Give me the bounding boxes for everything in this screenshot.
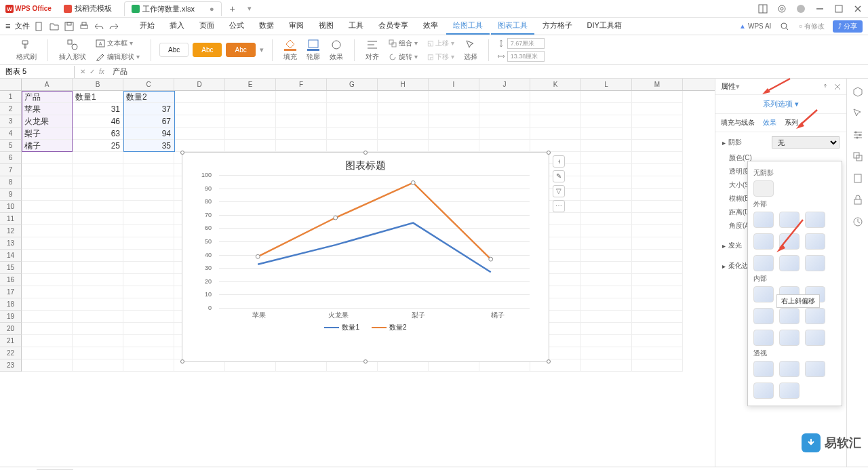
shadow-inner-8[interactable] [779,330,800,346]
legend-item[interactable]: 数量1 [324,323,359,332]
cell[interactable] [123,189,174,201]
cell[interactable] [123,298,174,311]
menu-item[interactable]: 数据 [252,18,281,35]
shadow-persp-3[interactable] [805,361,825,377]
cell[interactable] [73,323,123,335]
chart-elements-button[interactable]: ⫞ [553,155,565,168]
menu-item[interactable]: 方方格子 [536,18,579,35]
cell[interactable] [276,103,327,115]
shadow-outer-2[interactable] [779,212,800,228]
cell[interactable] [632,286,683,298]
cell[interactable] [22,176,73,189]
cell[interactable] [581,91,632,103]
col-header[interactable]: I [429,79,479,90]
row-header[interactable]: 7 [0,164,22,176]
cell[interactable] [73,335,123,347]
cell[interactable] [632,274,683,286]
cell[interactable] [632,311,683,323]
cell[interactable] [530,103,581,115]
cell[interactable] [581,164,632,176]
cell[interactable] [123,347,174,359]
row-header[interactable]: 11 [0,213,22,225]
cell[interactable] [123,311,174,323]
rt-layers-icon[interactable] [852,151,864,163]
edit-shape-button[interactable]: 编辑形状▾ [93,51,142,63]
close-icon[interactable] [853,4,863,14]
cell[interactable] [632,225,683,237]
cell[interactable] [22,286,73,298]
new-icon[interactable] [34,21,45,32]
cell[interactable]: 37 [123,103,174,115]
row-header[interactable]: 6 [0,152,22,164]
format-painter-button[interactable]: 格式刷 [14,37,39,63]
cell[interactable]: 数量2 [123,91,174,103]
shadow-persp-1[interactable] [753,361,774,377]
insert-shape-button[interactable]: 插入形状 [56,37,89,63]
tab-add[interactable]: + [224,3,241,14]
cell[interactable] [632,359,683,372]
props-tab-fill[interactable]: 填充与线条 [721,117,755,129]
cell[interactable] [479,91,530,103]
cell[interactable] [581,335,632,347]
share-button[interactable]: ⤴ 分享 [833,20,863,33]
cell[interactable] [327,115,378,128]
cell[interactable] [479,140,530,152]
shadow-select[interactable]: 无 [772,136,840,149]
row-header[interactable]: 10 [0,201,22,213]
menu-item[interactable]: 视图 [312,18,340,35]
cell[interactable] [22,213,73,225]
cell[interactable] [530,115,581,128]
cell[interactable] [632,103,683,115]
fill-button[interactable]: 填充 [281,37,300,63]
chart-filter-button[interactable]: ▽ [553,185,565,197]
rt-arrow-icon[interactable] [852,107,864,119]
cell[interactable] [123,250,174,262]
cell[interactable]: 31 [73,103,123,115]
cell[interactable] [378,115,429,128]
pin-icon[interactable] [822,83,829,90]
cell[interactable] [530,91,581,103]
cell[interactable] [73,176,123,189]
col-header[interactable]: B [73,79,123,90]
cell[interactable] [276,140,327,152]
cell[interactable] [632,213,683,225]
row-header[interactable]: 1 [0,91,22,103]
rt-clipboard-icon[interactable] [852,172,864,184]
shape-style-2[interactable]: Abc [193,43,222,57]
cell[interactable] [581,323,632,335]
cell[interactable]: 46 [73,115,123,128]
chart-more-button[interactable]: ⋯ [553,200,565,212]
shadow-inner-5[interactable] [779,308,800,324]
cell[interactable] [479,103,530,115]
cell[interactable] [174,128,225,140]
col-header[interactable]: A [22,79,73,90]
width-input[interactable] [507,51,545,62]
cell[interactable] [581,201,632,213]
col-header[interactable]: C [123,79,174,90]
col-header[interactable]: E [225,79,276,90]
col-header[interactable]: F [276,79,327,90]
shadow-inner-9[interactable] [805,330,825,346]
cell[interactable] [123,164,174,176]
tab-menu[interactable]: ▾ [248,4,252,13]
shadow-outer-3[interactable] [805,212,825,228]
tab-template[interactable]: 找稻壳模板 [57,1,119,16]
avatar-icon[interactable] [796,4,806,14]
cell[interactable] [479,115,530,128]
cell[interactable] [225,115,276,128]
cell[interactable] [123,335,174,347]
cell[interactable] [73,189,123,201]
cell[interactable] [276,91,327,103]
cell[interactable] [327,91,378,103]
col-header[interactable]: M [632,79,683,90]
cell[interactable] [530,128,581,140]
series-options-dropdown[interactable]: 系列选项 ▾ [715,95,846,114]
cell[interactable] [123,225,174,237]
menu-item[interactable]: 图表工具 [491,18,534,35]
cell[interactable] [22,152,73,164]
row-header[interactable]: 23 [0,359,22,372]
cell[interactable]: 数量1 [73,91,123,103]
menu-item[interactable]: DIY工具箱 [580,18,629,35]
shadow-section[interactable]: ▸ 阴影 无 [722,136,840,149]
row-header[interactable]: 19 [0,311,22,323]
